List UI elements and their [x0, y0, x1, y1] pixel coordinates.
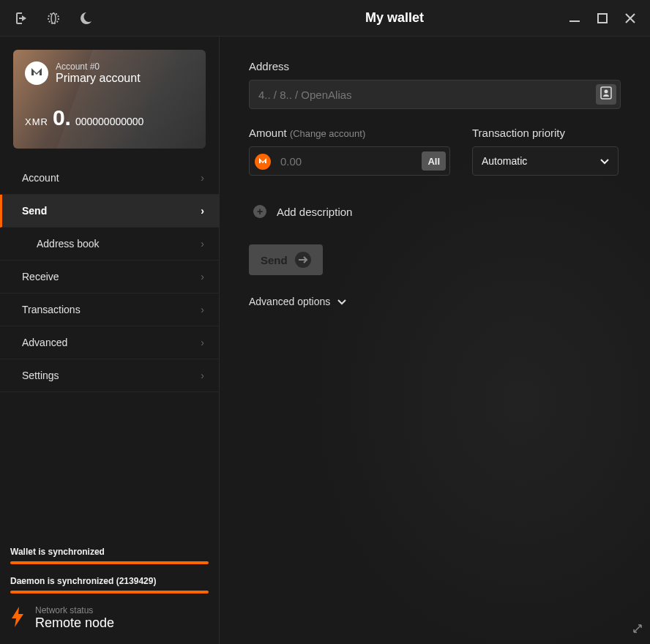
network-status-value: Remote node	[35, 615, 114, 631]
chevron-right-icon: ›	[201, 337, 204, 348]
chevron-down-icon	[600, 155, 609, 167]
nav-item-address-book[interactable]: Address book ›	[0, 228, 219, 261]
chevron-down-icon	[337, 296, 346, 307]
nav-item-transactions[interactable]: Transactions ›	[0, 293, 219, 326]
nav-label: Send	[22, 205, 47, 217]
send-button[interactable]: Send	[249, 244, 323, 275]
titlebar: My wallet	[0, 0, 650, 37]
chevron-right-icon: ›	[201, 304, 204, 315]
network-status[interactable]: Network status Remote node	[10, 605, 209, 631]
wallet-sync-label: Wallet is synchronized	[10, 547, 209, 557]
svg-rect-2	[569, 20, 580, 22]
nav-item-advanced[interactable]: Advanced ›	[0, 326, 219, 359]
svg-rect-3	[598, 14, 607, 23]
account-card[interactable]: Account #0 Primary account XMR 0. 000000…	[13, 50, 206, 149]
chevron-right-icon: ›	[201, 271, 204, 282]
window-title: My wallet	[220, 10, 569, 26]
account-name: Primary account	[56, 72, 141, 85]
chevron-right-icon: ›	[201, 238, 204, 250]
priority-select[interactable]: Automatic	[472, 146, 619, 176]
nav-label: Address book	[37, 238, 100, 250]
svg-point-6	[605, 90, 608, 94]
priority-label: Transaction priority	[472, 127, 619, 139]
minimize-button[interactable]	[569, 13, 580, 23]
svg-point-0	[48, 13, 59, 23]
change-account-link[interactable]: (Change account)	[290, 128, 365, 139]
monero-icon	[255, 154, 271, 170]
plus-icon: +	[253, 205, 266, 218]
nav-label: Settings	[22, 370, 59, 381]
nav-item-send[interactable]: Send ›	[0, 195, 219, 228]
add-description-button[interactable]: + Add description	[249, 205, 621, 218]
wallet-sync-bar	[10, 561, 209, 564]
network-status-label: Network status	[35, 605, 114, 615]
priority-value: Automatic	[482, 155, 527, 167]
monero-logo-icon	[25, 61, 48, 85]
send-panel: Address Amount (Change account)	[220, 37, 650, 644]
moon-icon[interactable]	[81, 12, 92, 24]
amount-label: Amount (Change account)	[249, 127, 450, 139]
amount-all-button[interactable]: All	[422, 151, 446, 171]
advanced-options-label: Advanced options	[249, 296, 330, 307]
add-description-label: Add description	[277, 206, 352, 218]
nav-item-settings[interactable]: Settings ›	[0, 359, 219, 392]
logout-icon[interactable]	[13, 12, 26, 24]
nav-label: Receive	[22, 271, 59, 282]
balance-currency: XMR	[25, 116, 48, 127]
daemon-sync-bar	[10, 591, 209, 594]
nav-item-receive[interactable]: Receive ›	[0, 261, 219, 293]
address-input[interactable]	[249, 80, 621, 109]
nav-label: Account	[22, 172, 59, 184]
account-balance: XMR 0. 000000000000	[25, 105, 194, 130]
send-button-label: Send	[261, 254, 288, 266]
balance-decimal: 000000000000	[75, 116, 143, 127]
chevron-right-icon: ›	[201, 172, 204, 184]
arrow-right-icon	[295, 252, 311, 268]
account-number: Account #0	[56, 61, 141, 72]
balance-integer: 0.	[53, 105, 71, 130]
sidebar: Account #0 Primary account XMR 0. 000000…	[0, 37, 220, 644]
chevron-right-icon: ›	[201, 370, 204, 381]
nav: Account › Send › Address book › Receive …	[0, 162, 219, 392]
address-book-button[interactable]	[596, 84, 616, 105]
globe-icon[interactable]	[47, 12, 60, 25]
nav-label: Advanced	[22, 337, 67, 348]
amount-input[interactable]	[249, 146, 450, 176]
nav-label: Transactions	[22, 304, 81, 315]
daemon-sync-label: Daemon is synchronized (2139429)	[10, 576, 209, 586]
bolt-icon	[10, 607, 25, 630]
close-button[interactable]	[625, 13, 635, 23]
contact-icon	[600, 86, 612, 102]
chevron-right-icon: ›	[201, 205, 204, 217]
address-label: Address	[249, 60, 621, 72]
svg-point-1	[51, 13, 56, 23]
maximize-button[interactable]	[597, 13, 608, 23]
resize-handle-icon[interactable]	[632, 624, 643, 637]
nav-item-account[interactable]: Account ›	[0, 162, 219, 195]
advanced-options-toggle[interactable]: Advanced options	[249, 296, 621, 307]
